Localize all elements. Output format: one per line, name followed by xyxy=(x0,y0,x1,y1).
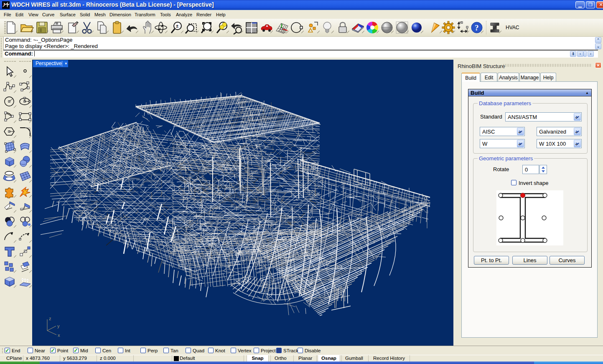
svg-text:x: x xyxy=(58,333,60,338)
svg-text:z: z xyxy=(49,316,51,321)
svg-text:y: y xyxy=(57,324,60,329)
svg-text:±: ± xyxy=(176,23,178,28)
svg-text:?: ? xyxy=(475,23,479,32)
